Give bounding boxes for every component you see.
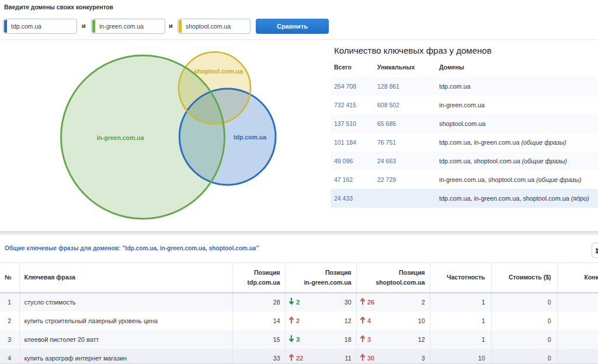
svg-text:in-green.com.ua: in-green.com.ua [96,134,144,141]
svg-text:tdp.com.ua: tdp.com.ua [234,134,266,141]
svg-text:shoptool.com.ua: shoptool.com.ua [194,68,243,75]
